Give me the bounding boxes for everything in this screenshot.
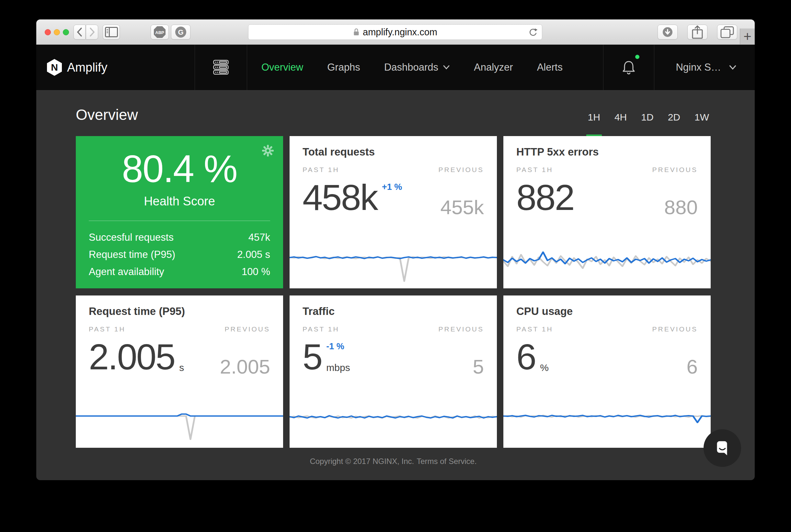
url-text: amplify.nginx.com [363, 27, 437, 38]
new-tab-icon: + [744, 29, 751, 44]
previous-label: PREVIOUS [225, 325, 270, 333]
chevron-down-icon [729, 65, 737, 70]
account-menu[interactable]: Nginx S… [654, 45, 755, 90]
browser-window: ABP G amplify.nginx.com + N [36, 19, 755, 480]
card-title: Total requests [303, 146, 484, 158]
svg-text:G: G [178, 28, 184, 36]
systems-list-button[interactable] [195, 45, 247, 90]
metric-value: 458k [303, 179, 378, 216]
range-2d[interactable]: 2D [666, 112, 682, 136]
range-1h[interactable]: 1H [586, 112, 602, 136]
adblock-badge: ABP [153, 25, 167, 39]
sparkline-chart [76, 410, 283, 445]
previous-label: PREVIOUS [652, 325, 698, 333]
nav-right: Nginx S… [603, 45, 755, 90]
notifications-button[interactable] [603, 45, 654, 90]
past-label: PAST 1H [516, 325, 553, 333]
minimize-icon[interactable] [54, 29, 60, 35]
metric-delta: +1 % [382, 182, 402, 192]
previous-label: PREVIOUS [438, 325, 484, 333]
download-icon [661, 25, 674, 39]
sparkline-chart [503, 250, 711, 286]
previous-label: PREVIOUS [438, 166, 484, 174]
zoom-icon[interactable] [63, 29, 69, 35]
brand-name: Amplify [67, 61, 108, 75]
back-button[interactable] [74, 25, 85, 40]
nav-item-analyzer[interactable]: Analyzer [474, 61, 513, 73]
back-icon [76, 26, 84, 38]
metric-unit: mbps [326, 362, 350, 373]
nav-item-overview[interactable]: Overview [262, 61, 303, 73]
metric-value: 2.005 [89, 339, 175, 375]
ghostery-extension-button[interactable]: G [171, 25, 191, 40]
nav-item-dashboards[interactable]: Dashboards [384, 61, 450, 73]
time-range-selector: 1H 4H 1D 2D 1W [586, 112, 711, 136]
health-row: Request time (P95) 2.005 s [89, 246, 270, 263]
notification-dot [635, 55, 639, 59]
url-address-bar[interactable]: amplify.nginx.com [248, 24, 542, 40]
sidebar-toggle-button[interactable] [103, 25, 120, 40]
share-button[interactable] [687, 25, 708, 40]
range-4h[interactable]: 4H [613, 112, 629, 136]
metric-value: 882 [516, 179, 574, 216]
adblock-extension-button[interactable]: ABP [151, 25, 169, 40]
http-5xx-errors-card: HTTP 5xx errors PAST 1H PREVIOUS 882 880 [503, 136, 711, 288]
metric-value: 6 [516, 339, 536, 375]
health-score-card: 80.4 % Health Score Succesful requests 4… [76, 136, 283, 288]
cards-grid: 80.4 % Health Score Succesful requests 4… [76, 136, 711, 448]
reload-button[interactable] [528, 27, 538, 40]
sparkline-chart [290, 250, 497, 286]
app-navbar: N Amplify Overview Graphs Dashboards Ana… [36, 45, 755, 90]
forward-icon [88, 26, 96, 38]
chat-launcher-button[interactable] [703, 429, 741, 467]
sparkline-chart [503, 410, 711, 445]
nav-item-alerts[interactable]: Alerts [537, 61, 563, 73]
previous-value: 2.005 [220, 357, 270, 377]
health-row: Agent availability 100 % [89, 263, 270, 280]
terms-link[interactable]: Terms of Service. [417, 457, 477, 466]
health-score-rows: Succesful requests 457k Request time (P9… [89, 229, 270, 280]
health-row: Succesful requests 457k [89, 229, 270, 246]
past-label: PAST 1H [516, 166, 553, 174]
previous-value: 455k [441, 197, 484, 217]
past-label: PAST 1H [89, 325, 126, 333]
reload-icon [528, 27, 538, 37]
nginx-logo: N [47, 59, 62, 76]
nav-links: Overview Graphs Dashboards Analyzer Aler… [247, 45, 563, 90]
forward-button[interactable] [86, 25, 98, 40]
gear-icon[interactable] [262, 145, 274, 158]
nav-item-graphs[interactable]: Graphs [327, 61, 360, 73]
chevron-down-icon [443, 65, 450, 70]
total-requests-card: Total requests PAST 1H PREVIOUS 458k +1 … [290, 136, 497, 288]
card-title: Traffic [303, 305, 484, 318]
sidebar-icon [105, 27, 118, 37]
card-title: HTTP 5xx errors [516, 146, 698, 158]
request-time-card: Request time (P95) PAST 1H PREVIOUS 2.00… [76, 296, 283, 448]
close-icon[interactable] [45, 29, 51, 35]
browser-toolbar: ABP G amplify.nginx.com + [36, 19, 755, 45]
metric-delta: -1 % [326, 341, 350, 352]
previous-value: 6 [687, 357, 698, 377]
new-tab-button[interactable]: + [740, 28, 755, 44]
svg-text:ABP: ABP [155, 30, 164, 35]
page-title: Overview [76, 106, 138, 136]
brand-logo[interactable]: N Amplify [36, 45, 195, 90]
card-title: Request time (P95) [89, 305, 270, 318]
chat-bubble-icon [712, 438, 732, 458]
health-score-value: 80.4 % [89, 149, 270, 189]
downloads-button[interactable] [658, 25, 678, 40]
server-rack-icon [213, 60, 229, 75]
sparkline-chart [290, 410, 497, 445]
past-label: PAST 1H [303, 166, 340, 174]
range-1d[interactable]: 1D [639, 112, 655, 136]
metric-unit: s [179, 362, 184, 373]
tab-overview-button[interactable] [717, 25, 737, 40]
lock-icon [353, 27, 360, 37]
dashboard-content: Overview 1H 4H 1D 2D 1W [36, 90, 755, 480]
range-1w[interactable]: 1W [693, 112, 711, 136]
card-title: CPU usage [516, 305, 698, 318]
previous-value: 880 [664, 197, 698, 217]
copyright-text: Copyright © 2017 NGINX, Inc. [310, 457, 414, 466]
footer: Copyright © 2017 NGINX, Inc.Terms of Ser… [76, 457, 711, 466]
ghostery-badge: G [174, 25, 187, 39]
